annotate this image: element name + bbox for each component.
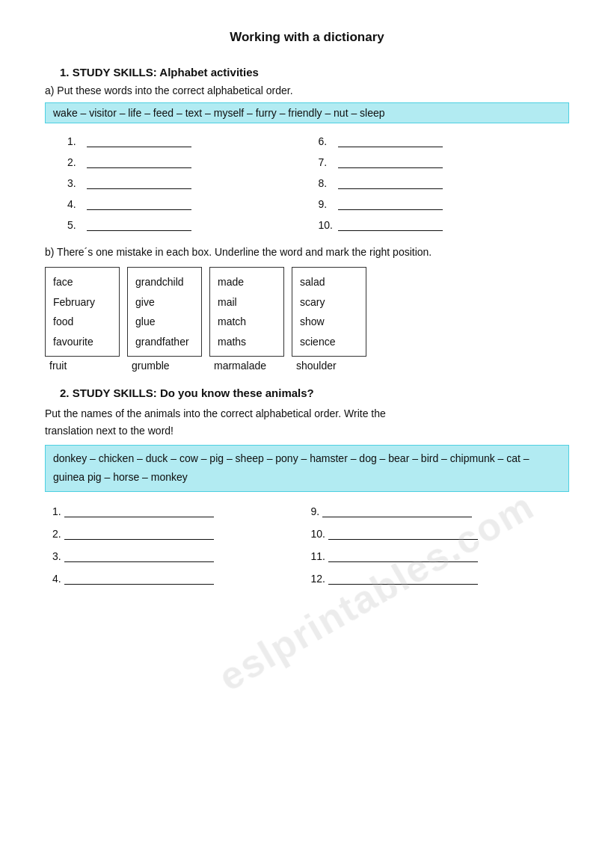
- animals-col-left: 1. 2. 3. 4.: [52, 505, 311, 585]
- animal-item: 9.: [311, 505, 570, 517]
- word-outside-1: fruit: [45, 360, 120, 372]
- answer-line: [64, 528, 214, 540]
- answer-line: [338, 177, 443, 189]
- word-item: food: [53, 312, 111, 332]
- word-col-3: made mail match maths marmalade: [209, 267, 284, 372]
- animal-number: 4.: [52, 573, 61, 585]
- word-item: glue: [135, 312, 194, 332]
- numbered-col-right: 6. 7. 8. 9. 10.: [319, 135, 570, 231]
- answer-line: [338, 135, 443, 147]
- numbered-col-left: 1. 2. 3. 4. 5.: [67, 135, 319, 231]
- list-item: 9.: [319, 198, 570, 210]
- word-item: made: [218, 272, 276, 292]
- answer-line: [328, 550, 478, 562]
- word-box-1: face February food favourite: [45, 267, 120, 357]
- words-highlight-box: wake – visitor – life – feed – text – my…: [45, 102, 569, 123]
- word-boxes-row: face February food favourite fruit grand…: [45, 267, 569, 372]
- section2-heading: 2. STUDY SKILLS: Do you know these anima…: [60, 387, 569, 399]
- animals-list: 1. 2. 3. 4. 9. 10. 11. 12.: [52, 505, 569, 585]
- animal-item: 1.: [52, 505, 311, 517]
- word-item: favourite: [53, 332, 111, 352]
- answer-line: [338, 198, 443, 210]
- word-item: science: [300, 332, 358, 352]
- animal-number: 9.: [311, 505, 320, 517]
- animal-item: 4.: [52, 573, 311, 585]
- animal-number: 10.: [311, 528, 325, 540]
- item-number: 10.: [319, 219, 335, 231]
- answer-line: [87, 135, 191, 147]
- answer-line: [322, 505, 472, 517]
- word-outside-2: grumble: [127, 360, 202, 372]
- word-col-1: face February food favourite fruit: [45, 267, 120, 372]
- animal-item: 11.: [311, 550, 570, 562]
- word-item: grandchild: [135, 272, 194, 292]
- animal-item: 2.: [52, 528, 311, 540]
- animal-item: 10.: [311, 528, 570, 540]
- item-number: 5.: [67, 219, 84, 231]
- word-outside-3: marmalade: [209, 360, 284, 372]
- word-col-2: grandchild give glue grandfather grumble: [127, 267, 202, 372]
- animal-item: 12.: [311, 573, 570, 585]
- animal-number: 11.: [311, 550, 325, 562]
- alphabetical-order-list: 1. 2. 3. 4. 5. 6. 7. 8.: [67, 135, 569, 231]
- animal-item: 3.: [52, 550, 311, 562]
- list-item: 7.: [319, 156, 570, 168]
- answer-line: [87, 219, 191, 231]
- animal-number: 1.: [52, 505, 61, 517]
- item-number: 3.: [67, 177, 84, 189]
- item-number: 1.: [67, 135, 84, 147]
- word-item: give: [135, 292, 194, 313]
- answer-line: [338, 156, 443, 168]
- part-a-instruction: a) Put these words into the correct alph…: [45, 84, 569, 96]
- word-item: face: [53, 272, 111, 292]
- list-item: 3.: [67, 177, 319, 189]
- list-item: 8.: [319, 177, 570, 189]
- section2-instruction1: Put the names of the animals into the co…: [45, 405, 569, 439]
- answer-line: [87, 198, 191, 210]
- item-number: 8.: [319, 177, 335, 189]
- item-number: 9.: [319, 198, 335, 210]
- answer-line: [64, 550, 214, 562]
- animal-number: 2.: [52, 528, 61, 540]
- answer-line: [328, 528, 478, 540]
- list-item: 1.: [67, 135, 319, 147]
- answer-line: [64, 505, 214, 517]
- answer-line: [338, 219, 443, 231]
- animal-number: 3.: [52, 550, 61, 562]
- word-item: show: [300, 312, 358, 332]
- word-item: grandfather: [135, 332, 194, 352]
- word-col-4: salad scary show science shoulder: [292, 267, 366, 372]
- word-box-3: made mail match maths: [209, 267, 284, 357]
- word-item: scary: [300, 292, 358, 313]
- list-item: 10.: [319, 219, 570, 231]
- animals-highlight-box: donkey – chicken – duck – cow – pig – sh…: [45, 445, 569, 491]
- list-item: 5.: [67, 219, 319, 231]
- list-item: 4.: [67, 198, 319, 210]
- word-item: mail: [218, 292, 276, 313]
- word-item: February: [53, 292, 111, 313]
- word-box-2: grandchild give glue grandfather: [127, 267, 202, 357]
- answer-line: [328, 573, 478, 585]
- answer-line: [87, 156, 191, 168]
- list-item: 6.: [319, 135, 570, 147]
- item-number: 6.: [319, 135, 335, 147]
- item-number: 4.: [67, 198, 84, 210]
- word-box-4: salad scary show science: [292, 267, 366, 357]
- answer-line: [64, 573, 214, 585]
- page-title: Working with a dictionary: [45, 30, 569, 45]
- word-outside-4: shoulder: [292, 360, 366, 372]
- animal-number: 12.: [311, 573, 325, 585]
- section1-heading: 1. STUDY SKILLS: Alphabet activities: [60, 66, 569, 79]
- word-item: maths: [218, 332, 276, 352]
- answer-line: [87, 177, 191, 189]
- word-item: salad: [300, 272, 358, 292]
- word-item: match: [218, 312, 276, 332]
- item-number: 2.: [67, 156, 84, 168]
- list-item: 2.: [67, 156, 319, 168]
- part-b-instruction: b) There´s one mistake in each box. Unde…: [45, 246, 569, 258]
- animals-col-right: 9. 10. 11. 12.: [311, 505, 570, 585]
- item-number: 7.: [319, 156, 335, 168]
